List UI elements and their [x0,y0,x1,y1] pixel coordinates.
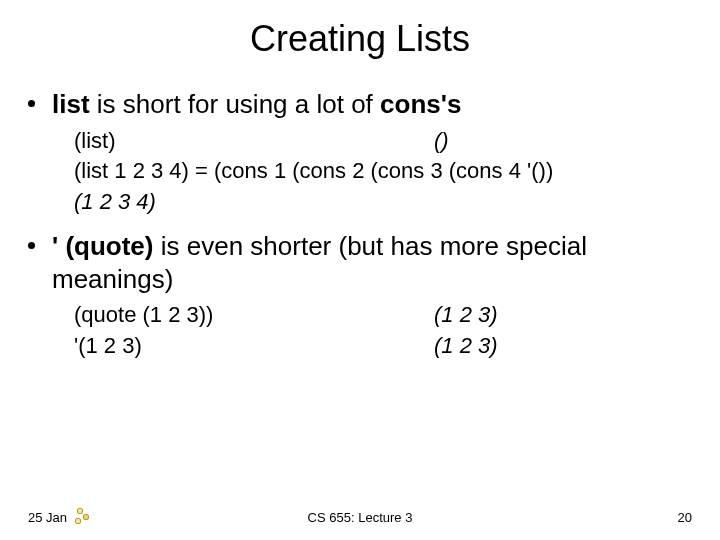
bullet1-mid: is short for using a lot of [90,89,380,119]
example-input: '(1 2 3) [74,332,434,361]
bullet-dot-icon [28,100,35,107]
slide-title: Creating Lists [0,18,720,60]
slide-footer: CS 655: Lecture 3 25 Jan 20 [0,506,720,528]
bullet1-keyword-list: list [52,89,90,119]
bullet-dot-icon [28,242,35,249]
bullet2-keyword-quote: ' (quote) [52,231,154,261]
footer-course: CS 655: Lecture 3 [0,510,720,525]
example-quote-short: '(1 2 3) (1 2 3) [28,332,692,361]
example-input: (quote (1 2 3)) [74,301,434,330]
bullet-quote: ' (quote) is even shorter (but has more … [28,230,692,295]
example-list-result: (1 2 3 4) [28,188,692,217]
slide-content: list is short for using a lot of cons's … [0,88,720,360]
example-output: (1 2 3) [434,301,692,330]
example-input: (list) [74,127,434,156]
bullet1-keyword-cons: cons's [380,89,461,119]
example-quote-full: (quote (1 2 3)) (1 2 3) [28,301,692,330]
example-list-empty: (list) () [28,127,692,156]
decoration-icon [73,506,93,528]
example-output: (1 2 3) [434,332,692,361]
bullet-list-cons: list is short for using a lot of cons's [28,88,692,121]
example-list-expansion: (list 1 2 3 4) = (cons 1 (cons 2 (cons 3… [28,157,692,186]
example-output: () [434,127,692,156]
